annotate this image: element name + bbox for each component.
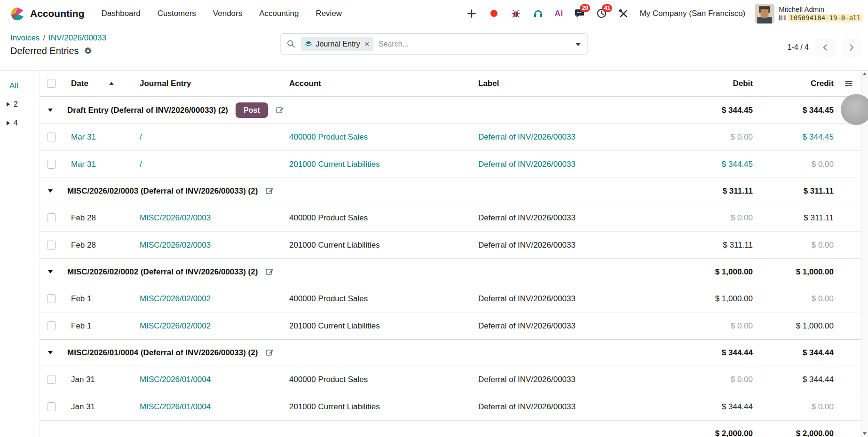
caret-down-icon[interactable] [48, 270, 53, 273]
row-checkbox[interactable] [47, 213, 56, 222]
column-header-date[interactable]: Date [63, 79, 132, 88]
table-row[interactable]: Feb 28 MISC/2026/02/0003 400000 Product … [40, 204, 861, 231]
scroll-up-icon[interactable] [863, 72, 867, 75]
user-menu[interactable]: Mitchell Admin 105094184-19-0-all [755, 4, 862, 23]
row-checkbox[interactable] [47, 133, 56, 141]
table-row[interactable]: Feb 1 MISC/2026/02/0002 201000 Current L… [40, 312, 861, 339]
group-debit: $ 311.11 [685, 187, 756, 196]
edit-icon[interactable] [276, 106, 284, 115]
row-checkbox[interactable] [47, 294, 56, 303]
cell-date: Mar 31 [63, 133, 132, 142]
search-facet-label: Journal Entry [316, 40, 360, 48]
sidebar-group-label: 4 [14, 119, 18, 127]
sidebar-item-all[interactable]: All [0, 77, 39, 95]
cell-credit: $ 0.00 [756, 160, 836, 169]
breadcrumb-invoices[interactable]: Invoices [10, 33, 39, 43]
bug-icon[interactable] [510, 8, 521, 19]
pager-next-button[interactable] [842, 38, 861, 57]
app-brand[interactable]: Accounting [8, 5, 85, 22]
company-switcher[interactable]: My Company (San Francisco) [639, 9, 745, 18]
gear-icon[interactable] [84, 47, 93, 55]
cell-debit: $ 0.00 [685, 375, 756, 384]
search-dropdown-icon[interactable] [576, 43, 581, 46]
edit-icon[interactable] [265, 267, 274, 276]
group-credit: $ 311.11 [756, 187, 836, 196]
row-checkbox[interactable] [47, 402, 56, 411]
cell-account: 201000 Current Liabilities [282, 160, 471, 169]
cell-date: Feb 28 [63, 213, 132, 223]
group-header-row[interactable]: Draft Entry (Deferral of INV/2026/00033)… [40, 97, 861, 123]
group-header-row[interactable]: MISC/2026/02/0003 (Deferral of INV/2026/… [40, 178, 861, 204]
row-checkbox[interactable] [47, 160, 56, 169]
cell-journal-entry-link[interactable]: MISC/2026/02/0003 [132, 241, 282, 250]
post-button[interactable]: Post [236, 102, 268, 118]
row-checkbox[interactable] [47, 375, 56, 384]
column-header-label[interactable]: Label [471, 79, 685, 88]
table-row[interactable]: Feb 28 MISC/2026/02/0003 201000 Current … [40, 231, 861, 258]
user-code: 105094184-19-0-all [788, 14, 862, 22]
tools-icon[interactable] [618, 8, 629, 19]
table-row[interactable]: Feb 1 MISC/2026/02/0002 400000 Product S… [40, 285, 861, 312]
cell-credit: $ 0.00 [756, 402, 836, 412]
messages-icon[interactable]: 20 [574, 8, 585, 19]
table-row[interactable]: Jan 31 MISC/2026/01/0004 400000 Product … [40, 366, 861, 393]
facet-remove-icon[interactable]: × [364, 39, 370, 48]
systray: AI 20 41 [466, 8, 629, 19]
sidebar-group-4[interactable]: 4 [0, 114, 39, 133]
cell-date: Feb 1 [63, 321, 132, 331]
select-all-checkbox[interactable] [47, 79, 56, 88]
menu-customers[interactable]: Customers [158, 9, 196, 18]
group-header-row[interactable]: MISC/2026/02/0002 (Deferral of INV/2026/… [40, 258, 861, 285]
scroll-down-icon[interactable] [863, 432, 867, 435]
cell-date: Feb 1 [63, 294, 132, 304]
cell-journal-entry-link[interactable]: MISC/2026/02/0003 [132, 213, 282, 223]
sidebar-group-2[interactable]: 2 [0, 95, 39, 114]
main-menu: Dashboard Customers Vendors Accounting R… [102, 9, 342, 18]
menu-review[interactable]: Review [316, 9, 342, 18]
cell-journal-entry-link[interactable]: MISC/2026/01/0004 [132, 402, 282, 412]
row-checkbox[interactable] [47, 241, 56, 250]
pager-prev-button[interactable] [815, 38, 835, 57]
group-title: MISC/2026/02/0002 (Deferral of INV/2026/… [67, 267, 258, 277]
headset-icon[interactable] [532, 8, 544, 19]
column-header-credit[interactable]: Credit [756, 79, 836, 88]
caret-down-icon[interactable] [48, 109, 53, 112]
table-row[interactable]: Jan 31 MISC/2026/01/0004 201000 Current … [40, 393, 861, 420]
user-meta: Mitchell Admin 105094184-19-0-all [779, 5, 862, 22]
column-header-journal-entry[interactable]: Journal Entry [132, 79, 282, 88]
vertical-scrollbar[interactable] [861, 70, 868, 437]
search-input[interactable] [379, 40, 569, 48]
cell-debit: $ 344.44 [685, 402, 756, 412]
layers-icon [305, 40, 313, 48]
column-header-account[interactable]: Account [282, 79, 471, 88]
caret-down-icon[interactable] [48, 189, 53, 193]
plus-icon[interactable] [466, 8, 477, 19]
column-header-debit[interactable]: Debit [685, 79, 756, 88]
edit-icon[interactable] [265, 348, 274, 357]
menu-accounting[interactable]: Accounting [259, 9, 299, 18]
activities-badge: 41 [602, 4, 612, 12]
sidebar-group-label: 2 [14, 100, 18, 109]
caret-down-icon[interactable] [48, 351, 53, 354]
search-facet-journal-entry[interactable]: Journal Entry × [301, 37, 374, 51]
menu-dashboard[interactable]: Dashboard [102, 9, 141, 18]
activities-clock-icon[interactable]: 41 [596, 8, 607, 19]
ai-icon[interactable]: AI [554, 9, 563, 18]
search-bar[interactable]: Journal Entry × [280, 33, 588, 55]
pager: 1-4 / 4 [788, 38, 861, 57]
table-row[interactable]: Mar 31 / 400000 Product Sales Deferral o… [40, 123, 861, 150]
row-checkbox[interactable] [47, 321, 56, 330]
scroll-indicator[interactable] [841, 94, 868, 125]
record-dot-icon[interactable] [488, 8, 499, 19]
menu-vendors[interactable]: Vendors [213, 9, 242, 18]
optional-columns-icon[interactable] [836, 79, 861, 88]
app-name[interactable]: Accounting [30, 8, 85, 19]
group-header-row[interactable]: MISC/2026/01/0004 (Deferral of INV/2026/… [40, 339, 861, 366]
app-logo-icon[interactable] [8, 5, 25, 22]
edit-icon[interactable] [265, 187, 274, 195]
cell-journal-entry-link[interactable]: MISC/2026/02/0002 [132, 294, 282, 304]
cell-journal-entry-link[interactable]: MISC/2026/01/0004 [132, 375, 282, 384]
breadcrumb-invoice-number[interactable]: INV/2026/00033 [48, 33, 106, 43]
cell-journal-entry-link[interactable]: MISC/2026/02/0002 [132, 321, 282, 331]
table-row[interactable]: Mar 31 / 201000 Current Liabilities Defe… [40, 150, 861, 178]
